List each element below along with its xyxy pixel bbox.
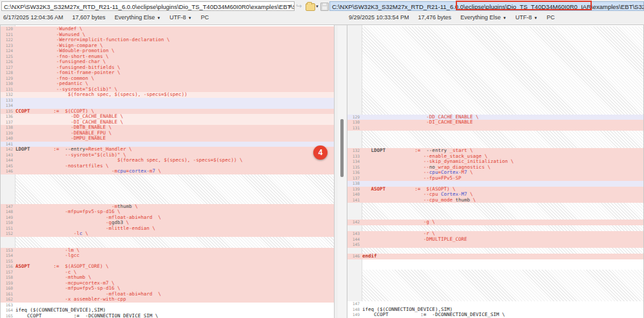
- line-number: 144: [347, 237, 362, 243]
- left-path-text: C:\NXP\SW32K3_S32M27x_RTD_R21-11_6.0.0\e…: [4, 3, 295, 10]
- code-line: 138 -DBTB_ENABLE \: [1, 125, 334, 131]
- line-number: 161: [1, 292, 15, 297]
- code-line: 139 -DENABLE_FPU \: [1, 131, 334, 136]
- line-number: 153: [1, 248, 15, 254]
- code-line: 132 $(foreach spec, $(specs), -specs=$(s…: [1, 92, 334, 98]
- code-line: 128 -fomit-frame-pointer \: [1, 70, 334, 76]
- code-line: 138: [347, 181, 643, 187]
- missing-lines-hatch: [362, 225, 643, 232]
- code-line: 149 CCOPT := -DCONNECTION_DEVICE_SIM \: [347, 312, 643, 318]
- line-number: 155: [1, 259, 15, 265]
- chevron-down-icon: ▼: [157, 16, 161, 20]
- vertical-scrollbar[interactable]: [338, 26, 346, 318]
- missing-lines-hatch: [362, 203, 643, 220]
- line-number: 134: [347, 159, 362, 165]
- code-line: 130 -DI_CACHE_ENABLE: [347, 120, 643, 126]
- line-number: 130: [347, 120, 362, 126]
- line-number: 125: [1, 54, 15, 60]
- right-modified-date: 9/29/2025 10:33:54 PM: [349, 14, 409, 21]
- code-line: 165 CCOPT := -DCONNECTION_DEVICE_SIM \: [1, 313, 334, 318]
- chevron-down-icon: ▼: [188, 16, 192, 20]
- left-line-ending[interactable]: PC: [201, 14, 210, 21]
- line-number: 149: [1, 215, 15, 221]
- save-icon[interactable]: [320, 3, 329, 11]
- code-line: 146 -mcpu=cortex-m7 \: [1, 169, 334, 174]
- line-number: 129: [347, 115, 362, 120]
- compare-header: C:\NXP\SW32K3_S32M27x_RTD_R21-11_6.0.0\e…: [0, 0, 644, 25]
- line-number: 150: [1, 220, 15, 226]
- line-number: 141: [1, 142, 15, 147]
- line-number: 126: [1, 59, 15, 65]
- line-number: 140: [1, 136, 15, 142]
- line-number: 147: [347, 301, 362, 307]
- annotation-step-badge: 4: [313, 145, 327, 160]
- code-line: 129 -fno-common \: [1, 76, 334, 82]
- code-line: 130 -pedantic \: [1, 81, 334, 87]
- code-line: 131 --sysroot="$(clib)" \: [1, 87, 334, 93]
- line-number: 134: [1, 103, 15, 109]
- line-number: 157: [1, 270, 15, 276]
- line-number: 146: [347, 254, 362, 259]
- code-line: 127 -funsigned-bitfields \: [1, 65, 334, 71]
- left-format-dropdown[interactable]: Everything Else▼: [115, 14, 161, 21]
- gap-row: [362, 259, 643, 270]
- copy-arrow-icon[interactable]: ↪: [296, 2, 305, 10]
- left-diff-pane[interactable]: 120 -Wundef \121 -Wunused \122 -Werror=i…: [0, 24, 335, 318]
- right-format-dropdown[interactable]: Everything Else▼: [460, 14, 506, 21]
- line-number: 132: [1, 92, 15, 98]
- right-file-info: 9/29/2025 10:33:54 PM 17,476 bytes Every…: [349, 13, 555, 22]
- code-line: 133 --enable_stack_usage \: [347, 154, 643, 160]
- browse-dropdown-caret[interactable]: ▼: [315, 5, 320, 13]
- code-line: 143 --sysroot="$(clib)" \: [1, 153, 334, 158]
- right-file-size: 17,476 bytes: [418, 14, 452, 21]
- line-number: 141: [347, 198, 362, 203]
- vertical-scrollbar-thumb[interactable]: [340, 119, 344, 177]
- left-path-dropdown-caret[interactable]: ▼: [288, 5, 293, 10]
- code-line: 159 -mcpu=cortex-m7 \: [1, 281, 334, 286]
- code-line: 156ASOPT := $(ASOPT_CORE) \: [1, 264, 334, 270]
- code-line: 144 -DMULTIPLE_CORE: [347, 237, 643, 243]
- line-number: 138: [1, 125, 15, 131]
- right-path-text: C:\NXP\SW32K3_S32M27x_RTD_R21-11_6.0.0\e…: [332, 3, 644, 10]
- line-number: 128: [1, 70, 15, 76]
- browse-folder-icon[interactable]: [306, 3, 315, 11]
- code-line: 134: [1, 103, 334, 109]
- code-line: 122 -Werror=implicit-function-declaratio…: [1, 37, 334, 43]
- line-number: 135: [1, 109, 15, 115]
- code-line: 161 -mfloat-abi=hard \: [1, 292, 334, 297]
- code-line: 136 -DD_CACHE_ENABLE \: [1, 114, 334, 120]
- code-line: 143 -r \: [347, 231, 643, 237]
- code-line: 125 -fno-short-enums \: [1, 54, 334, 60]
- code-line: 141: [1, 142, 334, 147]
- line-number: 133: [347, 154, 362, 160]
- code-line: 123 -Wsign-compare \: [1, 43, 334, 49]
- line-number: 158: [1, 275, 15, 281]
- line-number: 163: [1, 303, 15, 308]
- line-number: 154: [1, 253, 15, 259]
- left-path-combobox[interactable]: C:\NXP\SW32K3_S32M27x_RTD_R21-11_6.0.0\e…: [1, 1, 295, 11]
- right-line-ending[interactable]: PC: [547, 14, 555, 21]
- left-encoding-dropdown[interactable]: UTF-8▼: [170, 14, 191, 21]
- line-number: 149: [347, 312, 362, 318]
- code-line: 139 ASOPT := $(ASOPT) \: [347, 187, 643, 192]
- line-number: 152: [1, 231, 15, 237]
- line-number: 151: [1, 226, 15, 232]
- right-encoding-dropdown[interactable]: UTF-8▼: [516, 14, 538, 21]
- line-number: 156: [1, 264, 15, 270]
- right-path-combobox[interactable]: C:\NXP\SW32K3_S32M27x_RTD_R21-11_6.0.0\e…: [329, 1, 644, 11]
- code-line: 140 --cpu Cortex-M7 \: [347, 192, 643, 198]
- chevron-down-icon: ▼: [503, 16, 507, 20]
- line-number: 132: [347, 148, 362, 154]
- code-line: 145 -nostartfiles \: [1, 164, 334, 169]
- code-line: 148ifeq ($(CONNECTION_DEVICE),SIM): [347, 307, 643, 313]
- right-diff-pane[interactable]: 129 -DD_CACHE_ENABLE \130 -DI_CACHE_ENAB…: [347, 24, 644, 318]
- code-line: 132 LDOPT := --entry _start \: [347, 148, 643, 154]
- code-line: 151 -mlittle-endian \: [1, 226, 334, 232]
- line-number: 165: [1, 313, 15, 318]
- line-number: 135: [347, 165, 362, 171]
- code-line: 124 -Wdouble-promotion \: [1, 48, 334, 54]
- code-line: 140 -DMPU_ENABLE: [1, 136, 334, 142]
- code-line: 131: [347, 126, 643, 131]
- line-number: 139: [1, 131, 15, 136]
- code-line: 153 -lm \: [1, 248, 334, 254]
